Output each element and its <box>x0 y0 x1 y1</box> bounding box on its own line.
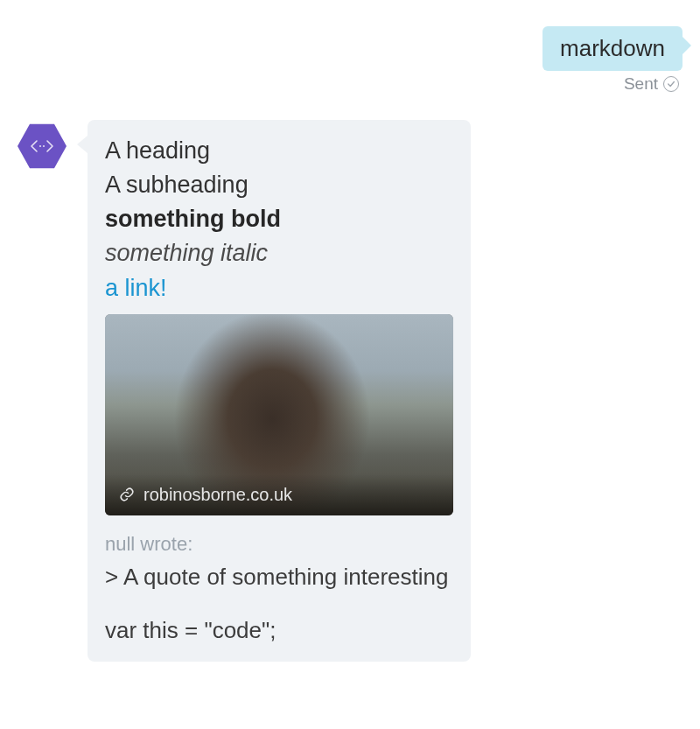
chat-container: markdown Sent A heading A subheading som… <box>0 0 700 662</box>
markdown-heading: A heading <box>105 134 453 168</box>
svg-point-0 <box>39 145 41 147</box>
message-status-row: Sent <box>18 74 682 94</box>
link-preview-card[interactable]: robinosborne.co.uk <box>105 314 453 515</box>
quote-body: > A quote of something interesting <box>105 561 453 592</box>
check-circle-icon <box>663 76 679 92</box>
markdown-link[interactable]: a link! <box>105 271 453 305</box>
code-block: var this = "code"; <box>105 617 453 644</box>
link-preview-source: robinosborne.co.uk <box>144 485 292 505</box>
bot-avatar[interactable] <box>18 122 66 171</box>
markdown-subheading: A subheading <box>105 168 453 202</box>
bot-message-row: A heading A subheading something bold so… <box>18 120 682 662</box>
quote-author: null wrote: <box>105 533 453 556</box>
user-message-bubble[interactable]: markdown <box>542 26 682 71</box>
user-message-text: markdown <box>560 35 665 61</box>
link-icon <box>119 487 135 502</box>
code-hexagon-icon <box>18 122 66 171</box>
markdown-italic: something italic <box>105 236 453 270</box>
user-message-row: markdown <box>18 26 682 71</box>
link-preview-overlay: robinosborne.co.uk <box>105 474 453 515</box>
message-status-label: Sent <box>624 74 658 94</box>
svg-point-1 <box>43 145 45 147</box>
bot-message-bubble: A heading A subheading something bold so… <box>88 120 471 662</box>
markdown-bold: something bold <box>105 202 453 236</box>
